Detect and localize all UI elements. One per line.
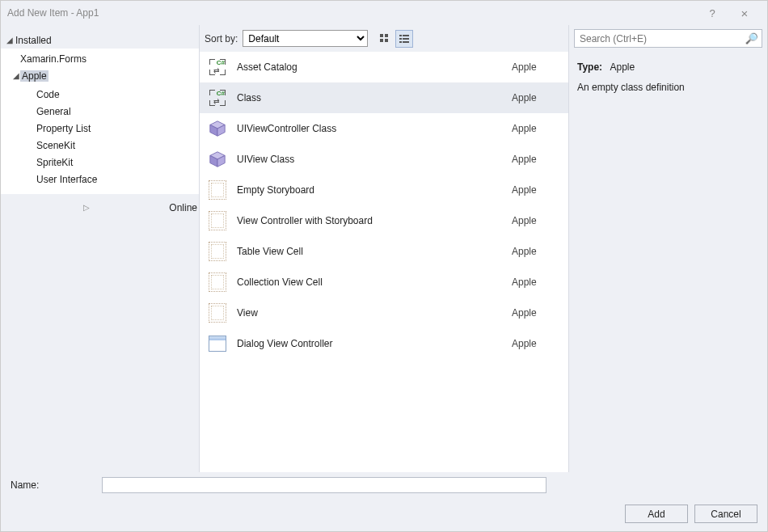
svg-rect-2	[380, 39, 383, 42]
tree-label: User Interface	[35, 174, 99, 185]
template-icon	[205, 271, 230, 293]
template-category: Apple	[512, 338, 560, 349]
template-row[interactable]: Empty StoryboardApple	[200, 175, 568, 205]
add-button[interactable]: Add	[625, 505, 688, 523]
cube-icon	[209, 120, 226, 137]
template-name: Collection View Cell	[230, 277, 512, 288]
type-value: Apple	[610, 61, 635, 73]
tree-installed-children: Xamarin.Forms ◢ Apple Code General Prope…	[1, 49, 199, 194]
close-button[interactable]: ×	[728, 6, 761, 20]
tree-node-code[interactable]: Code	[1, 86, 199, 103]
dialog-body: ◢ Installed Xamarin.Forms ◢ Apple Code G…	[1, 25, 767, 472]
svg-rect-5	[403, 35, 409, 36]
template-icon	[205, 148, 230, 171]
template-name: UIView Class	[230, 154, 512, 165]
tree-label: Xamarin.Forms	[19, 53, 88, 65]
template-row[interactable]: Collection View CellApple	[200, 267, 568, 298]
category-tree: ◢ Installed Xamarin.Forms ◢ Apple Code G…	[1, 25, 199, 472]
type-row: Type: Apple	[577, 60, 759, 75]
template-category: Apple	[512, 184, 560, 196]
search-box[interactable]: 🔍	[574, 29, 762, 48]
tree-node-xamarin-forms[interactable]: Xamarin.Forms	[1, 50, 199, 67]
svg-rect-8	[399, 41, 402, 43]
csharp-file-icon: C#⇄	[208, 57, 227, 77]
tree-label: SpriteKit	[35, 157, 74, 168]
template-category: Apple	[512, 307, 560, 319]
window-title: Add New Item - App1	[7, 7, 99, 19]
template-row[interactable]: UIViewController ClassApple	[200, 113, 568, 144]
template-icon	[205, 332, 230, 355]
tree-label: General	[35, 106, 73, 117]
template-icon	[205, 240, 230, 263]
template-panel: Sort by: Default	[199, 25, 569, 472]
details-panel: 🔍 Type: Apple An empty class definition	[569, 25, 767, 472]
template-icon: C#⇄	[205, 56, 230, 78]
view-list-button[interactable]	[395, 30, 413, 48]
storyboard-icon	[209, 211, 226, 230]
template-icon: C#⇄	[205, 87, 230, 109]
tree-node-user-interface[interactable]: User Interface	[1, 171, 199, 188]
sort-by-select[interactable]: Default	[243, 30, 368, 47]
cancel-button-label: Cancel	[711, 509, 741, 520]
template-name: Empty Storyboard	[230, 184, 512, 196]
titlebar: Add New Item - App1 ? ×	[1, 1, 767, 25]
cube-icon	[209, 150, 226, 168]
tree-node-installed[interactable]: ◢ Installed	[1, 32, 199, 49]
tree-node-online[interactable]: ▷ Online	[1, 199, 199, 216]
template-row[interactable]: C#⇄Asset CatalogApple	[200, 52, 568, 82]
template-row[interactable]: UIView ClassApple	[200, 144, 568, 175]
dialog-footer: Name: Add Cancel	[1, 472, 767, 531]
template-name: Asset Catalog	[230, 61, 512, 73]
template-name: Class	[230, 92, 512, 103]
svg-rect-3	[385, 39, 388, 42]
help-button[interactable]: ?	[696, 7, 728, 19]
svg-rect-0	[380, 34, 383, 37]
template-name: Dialog View Controller	[230, 338, 512, 349]
tree-label: Code	[35, 89, 61, 100]
storyboard-icon	[209, 303, 226, 323]
search-wrap: 🔍	[569, 25, 767, 52]
template-row[interactable]: Dialog View ControllerApple	[200, 328, 568, 359]
template-name: View	[230, 307, 512, 319]
template-row[interactable]: View Controller with StoryboardApple	[200, 205, 568, 236]
tree-node-spritekit[interactable]: SpriteKit	[1, 154, 199, 171]
dialog-window: Add New Item - App1 ? × ◢ Installed Xama…	[0, 0, 768, 532]
search-input[interactable]	[578, 32, 745, 45]
tree-node-general[interactable]: General	[1, 103, 199, 120]
template-icon	[205, 179, 230, 201]
template-icon	[205, 302, 230, 324]
name-row: Name:	[9, 477, 759, 493]
chevron-down-icon: ◢	[12, 71, 20, 80]
name-input[interactable]	[102, 477, 546, 493]
tree-node-apple[interactable]: ◢ Apple	[1, 67, 199, 84]
view-grid-button[interactable]	[376, 30, 394, 48]
type-label: Type:	[577, 61, 602, 73]
chevron-down-icon: ◢	[6, 36, 14, 44]
template-row[interactable]: Table View CellApple	[200, 236, 568, 267]
dialog-window-icon	[209, 336, 226, 352]
template-row[interactable]: ViewApple	[200, 298, 568, 328]
tree-apple-children: Code General Property List SceneKit Spri…	[1, 84, 199, 191]
svg-rect-7	[403, 38, 409, 40]
svg-rect-1	[385, 34, 388, 37]
add-button-label: Add	[648, 509, 665, 520]
grid-icon	[379, 33, 390, 44]
csharp-file-icon: C#⇄	[208, 88, 227, 108]
sort-by-label: Sort by:	[205, 33, 238, 44]
description-text: An empty class definition	[577, 80, 759, 95]
tree-node-scenekit[interactable]: SceneKit	[1, 137, 199, 154]
cancel-button[interactable]: Cancel	[694, 505, 757, 523]
template-list[interactable]: C#⇄Asset CatalogAppleC#⇄ClassAppleUIView…	[200, 52, 568, 472]
tree-label: Installed	[14, 35, 53, 46]
tree-label: Online	[167, 202, 199, 213]
chevron-right-icon: ▷	[6, 203, 167, 212]
template-row[interactable]: C#⇄ClassApple	[200, 82, 568, 113]
name-label: Name:	[9, 479, 102, 491]
template-name: UIViewController Class	[230, 123, 512, 134]
button-row: Add Cancel	[9, 505, 759, 523]
template-name: Table View Cell	[230, 246, 512, 257]
template-toolbar: Sort by: Default	[200, 25, 568, 52]
tree-node-property-list[interactable]: Property List	[1, 120, 199, 137]
tree-label: Apple	[20, 70, 49, 82]
svg-rect-9	[403, 41, 409, 43]
